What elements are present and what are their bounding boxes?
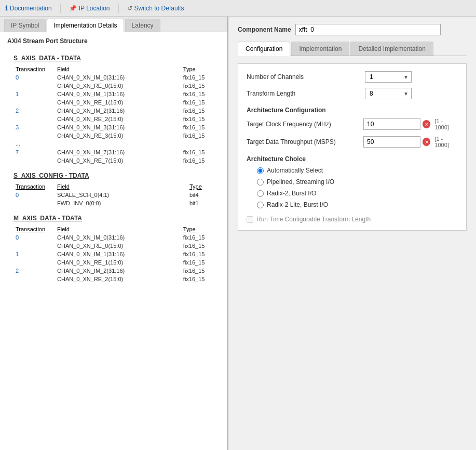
- target-data-input-group: ✕ [1 - 1000]: [363, 136, 458, 148]
- axi4-section-title: AXI4 Stream Port Structure: [7, 37, 220, 47]
- switch-defaults-link[interactable]: ↺ Switch to Defaults: [127, 5, 184, 12]
- documentation-label: Documentation: [10, 5, 52, 12]
- radio-auto[interactable]: [257, 167, 264, 174]
- radio-auto-label: Automatically Select: [267, 167, 323, 174]
- table-row-field: CHAN_0_XN_RE_0(15:0): [55, 242, 181, 250]
- tab-ip-symbol[interactable]: IP Symbol: [4, 19, 46, 32]
- location-icon: 📌: [69, 5, 77, 12]
- table-row: 3CHAN_0_XN_IM_3(31:16)fix16_15: [13, 123, 226, 131]
- target-clock-range-hint: [1 - 1000]: [434, 118, 458, 130]
- table-row-transaction: 0: [13, 233, 55, 242]
- tab-detailed-implementation[interactable]: Detailed Implementation: [350, 42, 433, 56]
- refresh-icon: ↺: [127, 5, 132, 12]
- s-axis-config-col-type: Type: [187, 182, 226, 191]
- num-channels-label: Number of Channels: [247, 73, 361, 81]
- s-axis-config-col-field: Field: [55, 182, 187, 191]
- arch-choice-title: Architecture Choice: [247, 155, 458, 163]
- table-row-transaction: 1: [13, 250, 55, 258]
- table-row-type: fix16_15: [181, 148, 226, 156]
- table-row-type: fix16_15: [181, 73, 226, 82]
- table-row-field: CHAN_0_XN_IM_2(31:16): [55, 267, 181, 275]
- table-row-field: CHAN_0_XN_IM_0(31:16): [55, 73, 181, 82]
- table-row-field: CHAN_0_XN_IM_7(31:16): [55, 148, 181, 156]
- table-row-type: fix16_15: [181, 90, 226, 98]
- table-row-transaction: 7: [13, 148, 55, 156]
- table-row-transaction: [13, 156, 55, 165]
- transform-length-select[interactable]: 8163264128256: [365, 88, 412, 99]
- table-row-field: CHAN_0_XN_RE_2(15:0): [55, 115, 181, 123]
- num-channels-row: Number of Channels 1248 ▼: [247, 71, 458, 83]
- table-row: CHAN_0_XN_RE_1(15:0)fix16_15: [13, 258, 226, 267]
- info-icon: ℹ: [5, 5, 8, 12]
- table-row: 1CHAN_0_XN_IM_1(31:16)fix16_15: [13, 250, 226, 258]
- tab-configuration[interactable]: Configuration: [238, 42, 290, 56]
- ip-location-label: IP Location: [79, 5, 110, 12]
- table-row-transaction: ...: [13, 140, 55, 148]
- s-axis-data-col-transaction: Transaction: [13, 65, 55, 73]
- right-tab-bar: Configuration Implementation Detailed Im…: [238, 42, 467, 56]
- radio-radix2-lite[interactable]: [257, 202, 264, 208]
- target-data-clear-button[interactable]: ✕: [423, 138, 430, 146]
- target-clock-clear-button[interactable]: ✕: [423, 120, 430, 128]
- tab-implementation[interactable]: Implementation: [291, 42, 349, 56]
- table-row-field: CHAN_0_XN_IM_3(31:16): [55, 123, 181, 131]
- table-row: FWD_INV_0(0:0)bit1: [13, 199, 226, 207]
- num-channels-select[interactable]: 1248: [365, 71, 412, 83]
- target-clock-input[interactable]: [363, 118, 420, 130]
- table-row: CHAN_0_XN_RE_2(15:0)fix16_15: [13, 115, 226, 123]
- table-row: CHAN_0_XN_RE_1(15:0)fix16_15: [13, 98, 226, 107]
- table-row-type: fix16_15: [181, 123, 226, 131]
- documentation-link[interactable]: ℹ Documentation: [5, 5, 52, 12]
- table-row-transaction: 2: [13, 267, 55, 275]
- s-axis-data-col-field: Field: [55, 65, 181, 73]
- table-row: CHAN_0_XN_RE_0(15:0)fix16_15: [13, 82, 226, 90]
- left-tab-bar: IP Symbol Implementation Details Latency: [0, 17, 227, 32]
- table-row: 0CHAN_0_XN_IM_0(31:16)fix16_15: [13, 73, 226, 82]
- table-row-type: bit4: [187, 191, 226, 199]
- table-row-type: bit1: [187, 199, 226, 207]
- radio-pipelined-label: Pipelined, Streaming I/O: [267, 178, 334, 186]
- s-axis-data-title: S_AXIS_DATA - TDATA: [13, 55, 220, 62]
- transform-length-dropdown-wrapper: 8163264128256 ▼: [365, 88, 412, 99]
- table-row-transaction: [13, 131, 55, 140]
- s-axis-config-table: Transaction Field Type 0SCALE_SCH_0(4:1)…: [13, 182, 226, 207]
- table-row-transaction: [13, 82, 55, 90]
- radio-row-radix2-lite: Radix-2 Lite, Burst I/O: [257, 201, 458, 208]
- component-name-input[interactable]: [295, 24, 441, 35]
- tab-latency[interactable]: Latency: [125, 19, 160, 32]
- radio-radix2[interactable]: [257, 190, 264, 197]
- left-panel-content: AXI4 Stream Port Structure S_AXIS_DATA -…: [0, 32, 227, 450]
- table-row: CHAN_0_XN_RE_3(15:0)fix16_15: [13, 131, 226, 140]
- radio-row-radix2: Radix-2, Burst I/O: [257, 190, 458, 197]
- table-row-transaction: [13, 98, 55, 107]
- table-row-type: fix16_15: [181, 156, 226, 165]
- runtime-row: Run Time Configurable Transform Length: [247, 216, 458, 223]
- ip-location-link[interactable]: 📌 IP Location: [69, 5, 110, 12]
- arch-config-title: Architecture Configuration: [247, 107, 458, 114]
- separator-1: [60, 4, 61, 13]
- table-row-field: CHAN_0_XN_RE_7(15:0): [55, 156, 181, 165]
- component-name-label: Component Name: [238, 26, 291, 33]
- s-axis-config-title: S_AXIS_CONFIG - TDATA: [13, 172, 220, 179]
- table-row-type: fix16_15: [181, 242, 226, 250]
- runtime-checkbox[interactable]: [247, 216, 253, 223]
- table-row-type: [181, 140, 226, 148]
- table-row: 2CHAN_0_XN_IM_2(31:16)fix16_15: [13, 267, 226, 275]
- table-row-type: fix16_15: [181, 267, 226, 275]
- radio-radix2-label: Radix-2, Burst I/O: [267, 190, 316, 197]
- table-row-transaction: 1: [13, 90, 55, 98]
- radio-pipelined[interactable]: [257, 179, 264, 186]
- tab-implementation-details[interactable]: Implementation Details: [47, 19, 124, 32]
- target-data-input[interactable]: [363, 136, 420, 148]
- radio-radix2-lite-label: Radix-2 Lite, Burst I/O: [267, 201, 328, 208]
- table-row-type: fix16_15: [181, 233, 226, 242]
- table-row-field: CHAN_0_XN_RE_2(15:0): [55, 275, 181, 283]
- table-row-transaction: 2: [13, 107, 55, 115]
- table-row-type: fix16_15: [181, 107, 226, 115]
- table-row-type: fix16_15: [181, 82, 226, 90]
- table-row-transaction: 0: [13, 73, 55, 82]
- m-axis-data-col-type: Type: [181, 225, 226, 233]
- table-row-transaction: [13, 115, 55, 123]
- config-area: Number of Channels 1248 ▼ Transform Leng…: [238, 63, 467, 231]
- target-data-row: Target Data Throughput (MSPS) ✕ [1 - 100…: [247, 136, 458, 148]
